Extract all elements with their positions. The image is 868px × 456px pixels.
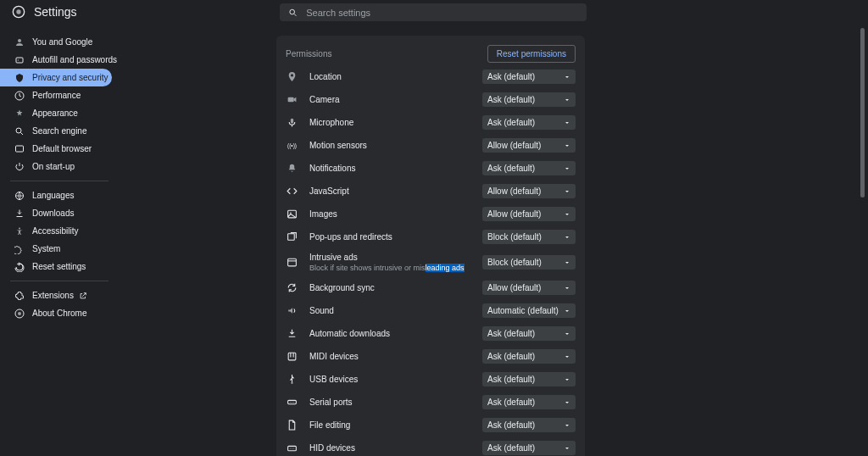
permission-label: HID devices [309,443,482,453]
scrollbar[interactable] [860,28,865,197]
system-icon [14,244,25,254]
sidebar-item-downloads[interactable]: Downloads [0,204,119,222]
download-icon [286,328,298,340]
permission-value: Allow (default) [487,209,541,219]
chevron-down-icon [564,97,570,103]
permission-label: Camera [309,95,482,104]
permission-row-images: ImagesAllow (default) [276,203,585,225]
permission-value: Ask (default) [487,72,535,81]
sidebar-item-label: Default browser [32,144,92,153]
permission-label: Notifications [309,164,482,173]
permission-label: Serial ports [309,398,482,407]
permission-label: JavaScript [309,186,482,196]
sidebar-item-performance[interactable]: Performance [0,86,119,104]
chevron-down-icon [564,422,570,429]
search-input[interactable] [306,8,578,18]
reset-permissions-button[interactable]: Reset permissions [487,45,576,63]
permission-row-background-sync: Background syncAllow (default) [276,276,585,299]
chevron-down-icon [564,188,570,195]
chevron-down-icon [564,165,570,172]
search-container[interactable] [280,3,587,21]
chevron-down-icon [564,120,570,126]
permission-select[interactable]: Allow (default) [482,207,576,221]
sidebar-item-default-browser[interactable]: Default browser [0,140,119,158]
search-icon [288,8,298,18]
permission-value: Automatic (default) [487,306,559,315]
permission-row-intrusive-ads: Intrusive adsBlock if site shows intrusi… [276,248,585,276]
permission-value: Ask (default) [487,398,535,407]
file-icon [286,420,298,431]
ads-icon [286,257,298,269]
permission-select[interactable]: Ask (default) [482,418,576,432]
sidebar-item-languages[interactable]: Languages [0,186,119,204]
permission-select[interactable]: Ask (default) [482,70,576,84]
sidebar-item-label: Appearance [32,108,78,118]
motion-icon [286,140,298,152]
sidebar-item-system[interactable]: System [0,240,119,258]
permission-value: Ask (default) [487,118,535,127]
permission-select[interactable]: Block (default) [482,255,576,270]
sidebar-item-appearance[interactable]: Appearance [0,104,119,122]
sidebar-item-search-engine[interactable]: Search engine [0,122,119,140]
permission-select[interactable]: Allow (default) [482,281,576,295]
permission-value: Ask (default) [487,352,535,361]
permission-select[interactable]: Allow (default) [482,138,576,153]
permission-select[interactable]: Ask (default) [482,372,576,386]
permission-value: Allow (default) [487,283,541,292]
sidebar-item-extensions[interactable]: Extensions [0,286,119,304]
permission-row-notifications: NotificationsAsk (default) [276,157,585,180]
midi-icon [286,351,298,363]
permission-row-motion-sensors: Motion sensorsAllow (default) [276,134,585,157]
permission-select[interactable]: Ask (default) [482,441,576,455]
permission-select[interactable]: Ask (default) [482,161,576,175]
image-icon [286,209,298,220]
popup-icon [286,231,298,243]
chevron-down-icon [564,331,570,337]
permission-select[interactable]: Ask (default) [482,326,576,341]
permission-select[interactable]: Allow (default) [482,184,576,198]
permission-select[interactable]: Ask (default) [482,395,576,409]
sidebar-item-on-start-up[interactable]: On start-up [0,158,119,175]
permissions-title: Permissions [286,49,331,58]
sidebar-item-label: System [32,244,60,253]
permission-value: Block (default) [487,258,542,267]
sidebar-item-reset-settings[interactable]: Reset settings [0,258,119,275]
globe-icon [14,191,25,201]
serial-icon [286,397,298,409]
permission-label: File editing [309,420,482,430]
chevron-down-icon [564,445,570,452]
sidebar-item-label: Privacy and security [32,73,108,82]
chevron-down-icon [564,285,570,292]
chevron-down-icon [564,308,570,314]
permission-select[interactable]: Block (default) [482,230,576,244]
sidebar-item-accessibility[interactable]: Accessibility [0,222,119,240]
browser-icon [14,144,25,154]
bell-icon [286,163,298,175]
permission-label: MIDI devices [309,352,482,361]
permission-select[interactable]: Automatic (default) [482,303,576,318]
chevron-down-icon [564,353,570,360]
sidebar-item-label: You and Google [32,37,92,47]
permission-row-serial-ports: Serial portsAsk (default) [276,391,585,414]
sidebar-item-privacy-and-security[interactable]: Privacy and security [0,69,112,86]
permission-row-usb-devices: USB devicesAsk (default) [276,368,585,391]
mic-icon [286,117,298,129]
sidebar-item-about-chrome[interactable]: About Chrome [0,304,119,322]
sync-icon [286,282,298,294]
permission-select[interactable]: Ask (default) [482,92,576,107]
chevron-down-icon [564,74,570,81]
sidebar-item-you-and-google[interactable]: You and Google [0,33,119,51]
person-icon [14,37,25,47]
power-icon [14,162,25,172]
permission-row-camera: CameraAsk (default) [276,88,585,111]
permission-select[interactable]: Ask (default) [482,115,576,130]
sidebar-item-autofill-and-passwords[interactable]: Autofill and passwords [0,51,119,69]
permission-label: Intrusive ads [309,253,482,262]
permission-value: Ask (default) [487,95,535,104]
permission-select[interactable]: Ask (default) [482,349,576,364]
camera-icon [286,94,298,106]
autofill-icon [14,55,25,65]
chevron-down-icon [564,234,570,241]
search-icon [14,126,25,136]
permission-row-microphone: MicrophoneAsk (default) [276,111,585,134]
